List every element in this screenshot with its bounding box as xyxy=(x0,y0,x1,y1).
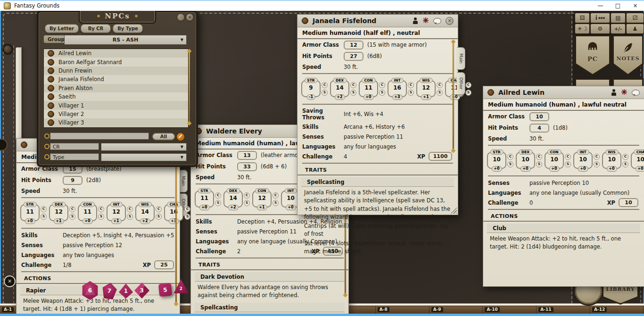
npc-list-item[interactable]: Saeith xyxy=(44,92,188,101)
ability-score[interactable]: 10 xyxy=(603,156,620,163)
sheet-scrollbar[interactable] xyxy=(175,148,177,304)
xp-value[interactable]: 1100 xyxy=(429,152,452,161)
ability-save-button[interactable]: S xyxy=(272,200,279,206)
spider-link-icon[interactable] xyxy=(422,17,429,25)
ability-score[interactable]: 10 xyxy=(488,156,505,163)
action-item[interactable]: Rapier xyxy=(20,286,176,295)
ability-save-button[interactable]: S xyxy=(379,90,385,96)
hotkey-slot[interactable]: A-12 xyxy=(590,306,644,314)
hotkey-slot[interactable]: A-9 xyxy=(429,306,483,314)
npc-link-icon[interactable] xyxy=(487,89,494,96)
ability-score[interactable]: 12 xyxy=(417,84,435,91)
d6-die[interactable]: 5 xyxy=(158,283,173,297)
npc-list-item[interactable]: Villager 3 xyxy=(44,118,188,127)
ability-check-button[interactable]: C xyxy=(69,206,75,212)
ability-score[interactable]: 14 xyxy=(224,195,242,201)
ability-score[interactable]: 12 xyxy=(50,208,67,215)
ability-save-button[interactable]: S xyxy=(594,161,600,167)
xp-value[interactable]: 25 xyxy=(154,260,174,269)
notes-banner[interactable]: NOTES xyxy=(612,35,644,75)
ability-check-button[interactable]: C xyxy=(594,154,600,160)
ability-save-button[interactable]: S xyxy=(244,200,250,206)
tab-other-janaela[interactable]: Other xyxy=(457,72,465,95)
maximize-button[interactable]: □ xyxy=(609,0,627,11)
npc-search-input[interactable] xyxy=(50,133,149,140)
ability-check-button[interactable]: C xyxy=(41,206,47,212)
ability-score[interactable]: 16 xyxy=(165,208,182,215)
minimize-button[interactable]: — xyxy=(592,0,609,11)
npc-link-icon[interactable] xyxy=(48,93,54,100)
npc-list-scrollbar[interactable] xyxy=(189,51,190,123)
window-pin-button[interactable]: ◦ xyxy=(177,13,185,21)
party-info-icon[interactable]: i▪▪▪ xyxy=(590,12,611,24)
npc-link-icon[interactable] xyxy=(48,67,54,74)
sheet-scrollbar[interactable] xyxy=(453,42,454,150)
type-filter-dropdown[interactable]: ▼ xyxy=(101,153,187,161)
ability-score[interactable]: 11 xyxy=(21,208,39,215)
ability-score[interactable]: 10 xyxy=(517,156,534,163)
dice-bag-icon[interactable]: ⚂ xyxy=(626,12,644,24)
ability-check-button[interactable]: C xyxy=(215,192,221,199)
ability-check-button[interactable]: C xyxy=(379,82,385,88)
window-close-button[interactable]: ✕ xyxy=(446,17,454,25)
lighting-icon[interactable]: ☀☽ xyxy=(574,23,590,34)
npc-link-icon[interactable] xyxy=(48,85,54,91)
ability-check-button[interactable]: C xyxy=(98,206,104,212)
ability-save-button[interactable]: S xyxy=(408,90,414,96)
ability-save-button[interactable]: S xyxy=(350,90,356,96)
window-close-button[interactable]: ✕ xyxy=(186,13,194,21)
group-dropdown[interactable]: RS - ASH ▼ xyxy=(64,35,187,45)
npc-link-icon[interactable] xyxy=(48,102,54,109)
ability-score[interactable]: 11 xyxy=(196,195,213,201)
ability-score[interactable]: 14 xyxy=(136,208,154,215)
tab-by-cr[interactable]: By CR xyxy=(80,24,111,33)
npc-list-item[interactable]: Dunn Frewin xyxy=(44,67,188,75)
dice-tray-icon[interactable]: ⚄ xyxy=(574,12,590,24)
ability-check-button[interactable]: C xyxy=(507,154,513,160)
npc-link-icon[interactable] xyxy=(48,59,54,66)
armor-class-value[interactable]: 10 xyxy=(529,112,549,121)
hotkey-slot[interactable]: A-10 xyxy=(483,306,537,314)
ability-score[interactable]: 14 xyxy=(331,84,348,91)
npc-list-item[interactable]: Baron Aelfgar Stannard xyxy=(44,58,188,66)
ability-score[interactable]: 12 xyxy=(253,195,271,201)
spider-link-icon[interactable] xyxy=(621,88,627,97)
hit-points-value[interactable]: 4 xyxy=(529,124,549,133)
close-button[interactable]: × xyxy=(627,0,644,11)
radial-menu-icon[interactable] xyxy=(0,139,8,151)
npc-link-icon[interactable] xyxy=(48,111,54,117)
ability-save-button[interactable]: S xyxy=(156,214,162,220)
npc-link-icon[interactable] xyxy=(21,141,27,148)
ability-save-button[interactable]: S xyxy=(565,161,571,167)
ability-save-button[interactable]: S xyxy=(622,161,628,167)
ability-save-button[interactable]: S xyxy=(127,214,133,220)
ability-save-button[interactable]: S xyxy=(184,214,190,220)
hit-points-value[interactable]: 33 xyxy=(237,162,257,171)
cr-filter-dropdown[interactable]: ▼ xyxy=(101,143,187,151)
ability-check-button[interactable]: C xyxy=(127,206,133,212)
settings-gear-icon[interactable]: ⚙ xyxy=(590,23,611,34)
ability-save-button[interactable]: S xyxy=(215,200,221,206)
tab-by-letter[interactable]: By Letter xyxy=(44,24,79,33)
trait-item[interactable]: Spellcasting xyxy=(301,177,454,187)
npc-link-icon[interactable] xyxy=(48,119,54,126)
ability-score[interactable]: 16 xyxy=(388,84,406,91)
ability-save-button[interactable]: S xyxy=(98,214,104,220)
token-icon[interactable] xyxy=(413,17,418,24)
pc-banner[interactable]: PC xyxy=(575,35,611,75)
ability-save-button[interactable]: S xyxy=(322,90,328,96)
xp-value[interactable]: 10 xyxy=(619,198,638,207)
book-icon[interactable]: ▤ xyxy=(610,12,626,24)
edit-list-button[interactable] xyxy=(176,132,185,141)
tab-main-janaela[interactable]: Main xyxy=(457,47,465,70)
ability-check-button[interactable]: C xyxy=(350,82,356,88)
chat-bubble-icon[interactable] xyxy=(433,18,441,24)
ability-score[interactable]: 11 xyxy=(360,84,377,91)
ability-check-button[interactable]: C xyxy=(244,192,250,199)
trait-item[interactable]: Dark Devotion xyxy=(195,272,345,282)
ability-score[interactable]: 11 xyxy=(79,208,96,215)
ability-check-button[interactable]: C xyxy=(565,154,571,160)
ability-check-button[interactable]: C xyxy=(408,82,414,88)
modifier-stack-icon[interactable] xyxy=(4,275,16,287)
npc-link-icon[interactable] xyxy=(48,50,54,57)
